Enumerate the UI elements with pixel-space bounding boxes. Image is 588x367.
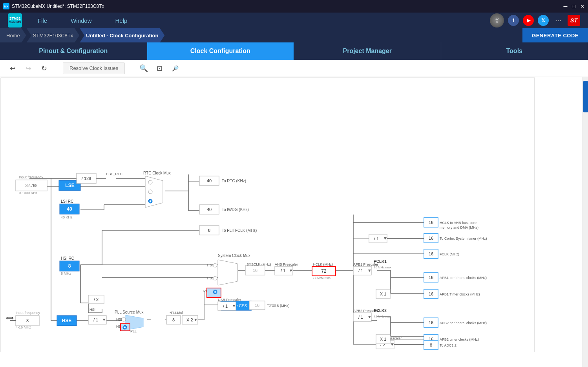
svg-point-96 [214,291,216,293]
svg-text:HCLK to AHB bus, core,: HCLK to AHB bus, core, [440,221,478,225]
youtube-icon[interactable]: ▶ [523,15,534,26]
menu-bar: STM32 CubeMX File Window Help 10★ f ▶ 𝕏 … [0,13,588,28]
svg-text:APB2 peripheral clocks (MHz): APB2 peripheral clocks (MHz) [440,321,487,325]
vertical-scrollbar[interactable] [583,77,588,367]
redo-button[interactable]: ↪ [22,62,35,75]
svg-text:memory and DMA (MHz): memory and DMA (MHz) [440,226,478,229]
svg-text:4-16 MHz: 4-16 MHz [16,325,31,329]
svg-text:PCLK1: PCLK1 [374,259,387,264]
svg-text:APB2 timer clocks (MHz): APB2 timer clocks (MHz) [440,338,479,341]
svg-text:PLL: PLL [130,329,137,333]
minimize-button[interactable]: ─ [564,3,568,9]
undo-button[interactable]: ↩ [6,62,19,75]
breadcrumb-home[interactable]: Home [0,28,26,42]
st-logo[interactable]: ST [568,15,580,26]
scrollbar-thumb[interactable] [583,81,588,112]
tab-project[interactable]: Project Manager [294,42,441,60]
svg-point-71 [148,190,152,194]
svg-text:PCLK2: PCLK2 [374,308,387,313]
anniversary-badge: 10★ [490,13,504,28]
svg-text:/ 1: / 1 [374,236,379,241]
breadcrumb: Home STM32F103C8Tx Untitled - Clock Conf… [0,28,588,42]
breadcrumb-current[interactable]: Untitled - Clock Configuration [80,28,164,42]
window-controls[interactable]: ─ □ ✕ [564,3,585,9]
svg-text:HSE: HSE [62,318,72,323]
breadcrumb-device[interactable]: STM32F103C8Tx [27,28,80,42]
close-button[interactable]: ✕ [580,3,585,9]
svg-text:⟺: ⟺ [6,315,14,321]
svg-text:/ 1: / 1 [358,268,363,273]
svg-text:LSI RC: LSI RC [61,199,73,204]
refresh-button[interactable]: ↻ [38,62,50,75]
toolbar-right: 10★ f ▶ 𝕏 ⋯ ST [490,13,580,28]
svg-text:HSI: HSI [116,317,122,321]
zoom-out-button[interactable]: 🔎 [169,62,181,75]
title-bar: MX STM32CubeMX Untitled*: STM32F103C8Tx … [0,0,588,13]
svg-text:To IWDG (KHz): To IWDG (KHz) [222,207,249,212]
svg-text:36 MHz max: 36 MHz max [374,266,391,269]
svg-text:To USB (MHz): To USB (MHz) [267,304,290,308]
help-menu[interactable]: Help [115,17,128,24]
svg-text:72 MHz max: 72 MHz max [374,315,391,318]
svg-marker-69 [145,176,163,207]
svg-text:40: 40 [67,206,72,212]
svg-text:USB Prescaler: USB Prescaler [218,298,241,302]
svg-text:Input frequency: Input frequency [16,311,40,315]
svg-point-173 [122,317,126,321]
fit-view-button[interactable]: ⊡ [153,62,166,75]
network-icon[interactable]: ⋯ [553,15,564,26]
svg-text:HSI: HSI [89,308,95,312]
tab-clock[interactable]: Clock Configuration [147,42,294,60]
window-title: STM32CubeMX Untitled*: STM32F103C8Tx [12,4,104,9]
svg-text:X 2: X 2 [186,317,193,322]
facebook-icon[interactable]: f [508,15,519,26]
svg-text:HSI RC: HSI RC [61,256,74,261]
svg-text:HSE_RTC: HSE_RTC [106,172,122,176]
svg-text:APB1 peripheral clocks (MHz): APB1 peripheral clocks (MHz) [440,276,487,280]
svg-text:72 MHz max: 72 MHz max [313,276,331,279]
clock-toolbar: ↩ ↪ ↻ Resolve Clock Issues 🔍 ⊡ 🔎 [0,60,588,77]
svg-text:16: 16 [429,251,433,256]
svg-text:APB1 Timer clocks (MHz): APB1 Timer clocks (MHz) [440,292,480,296]
svg-text:40 KHz: 40 KHz [61,215,73,219]
svg-text:*PLLMul: *PLLMul [170,311,183,315]
svg-text:FCLK (MHz): FCLK (MHz) [440,252,459,256]
svg-text:To FLITFCLK (MHz): To FLITFCLK (MHz) [222,228,257,233]
svg-text:AHB Prescaler: AHB Prescaler [275,262,298,266]
svg-text:32.768: 32.768 [26,184,38,188]
svg-text:8: 8 [172,317,175,322]
svg-text:16: 16 [429,320,433,325]
svg-text:72: 72 [321,268,327,274]
tab-tools[interactable]: Tools [441,42,588,60]
maximize-button[interactable]: □ [572,3,575,9]
generate-code-button[interactable]: GENERATE CODE [522,28,588,42]
svg-text:/ 1: / 1 [358,315,363,319]
svg-text:16: 16 [429,220,433,225]
tab-pinout[interactable]: Pinout & Configuration [0,42,147,60]
twitter-icon[interactable]: 𝕏 [538,15,549,26]
svg-text:16: 16 [429,275,433,280]
svg-text:8: 8 [208,228,210,233]
svg-text:8: 8 [26,318,29,323]
svg-text:System Clock Mux: System Clock Mux [218,253,250,258]
svg-text:8: 8 [68,263,71,269]
svg-text:To Cortex System timer (MHz): To Cortex System timer (MHz) [440,237,487,240]
svg-text:HSI: HSI [207,263,213,267]
svg-point-73 [150,200,151,202]
svg-marker-88 [218,260,237,285]
svg-text:Input frequency: Input frequency [19,175,44,179]
svg-text:40: 40 [207,178,212,183]
window-menu[interactable]: Window [71,17,91,24]
svg-text:16: 16 [253,268,257,273]
svg-text:To ADC1,2: To ADC1,2 [440,343,457,347]
svg-text:X 1: X 1 [380,292,387,296]
svg-text:0-1000 KHz: 0-1000 KHz [19,191,38,195]
file-menu[interactable]: File [38,17,47,24]
svg-point-177 [124,327,126,328]
svg-text:16: 16 [255,303,259,308]
svg-text:/ 1: / 1 [93,317,98,322]
app-icon: MX [3,3,9,9]
resolve-clock-button[interactable]: Resolve Clock Issues [63,62,125,74]
svg-text:/ 1: / 1 [281,268,285,273]
zoom-in-button[interactable]: 🔍 [137,62,150,75]
